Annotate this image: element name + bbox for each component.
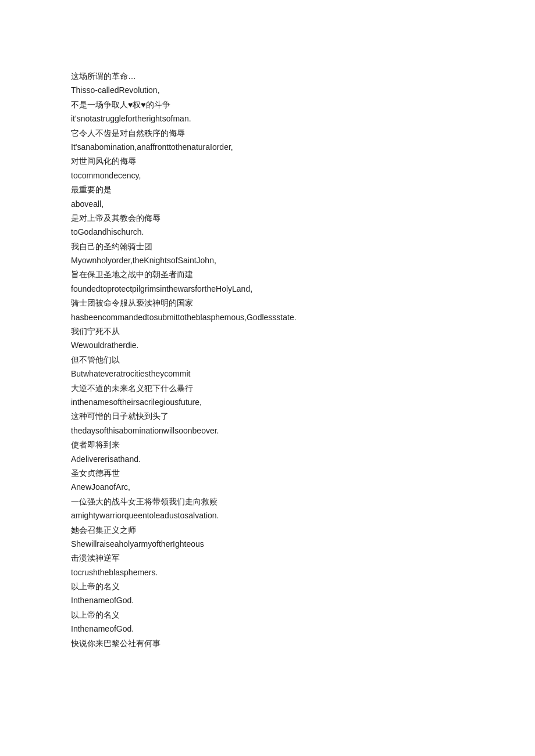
text-line-12: 我自己的圣约翰骑士团 <box>71 240 464 253</box>
text-line-14: 旨在保卫圣地之战中的朝圣者而建 <box>71 268 464 281</box>
text-line-7: tocommondecency, <box>71 169 464 182</box>
text-line-8: 最重要的是 <box>71 183 464 196</box>
text-line-26: 使者即将到来 <box>71 438 464 451</box>
text-line-1: Thisso-calledRevolution, <box>71 84 464 96</box>
text-line-10: 是对上帝及其教会的侮辱 <box>71 212 464 224</box>
text-line-2: 不是一场争取人♥权♥的斗争 <box>71 98 464 111</box>
text-line-21: Butwhateveratrocitiestheycommit <box>71 367 464 380</box>
text-line-39: InthenameofGod. <box>71 622 464 635</box>
text-line-34: 击溃渎神逆军 <box>71 551 464 564</box>
text-line-35: tocrushtheblasphemers. <box>71 566 464 579</box>
text-line-32: 她会召集正义之师 <box>71 524 464 536</box>
text-line-25: thedaysofthisabominationwillsoonbeover. <box>71 424 464 437</box>
text-line-28: 圣女贞德再世 <box>71 467 464 479</box>
text-line-9: aboveall, <box>71 198 464 210</box>
text-line-11: toGodandhischurch. <box>71 225 464 238</box>
text-line-22: 大逆不道的未来名义犯下什么暴行 <box>71 382 464 395</box>
text-line-17: hasbeencommandedtosubmittotheblasphemous… <box>71 311 464 324</box>
text-line-31: amightywarriorqueentoleadustosalvation. <box>71 509 464 522</box>
text-line-23: inthenamesoftheirsacrilegiousfuture, <box>71 396 464 409</box>
text-line-15: foundedtoprotectpilgrimsinthewarsfortheH… <box>71 282 464 295</box>
text-line-19: Wewouldratherdie. <box>71 339 464 352</box>
text-line-33: ShewillraiseaholyarmyoftherIghteous <box>71 538 464 550</box>
text-line-38: 以上帝的名义 <box>71 608 464 621</box>
text-line-3: it'snotastrugglefortherightsofman. <box>71 112 464 125</box>
text-line-24: 这种可憎的日子就快到头了 <box>71 410 464 422</box>
text-line-40: 快说你来巴黎公社有何事 <box>71 637 464 650</box>
text-line-18: 我们宁死不从 <box>71 325 464 338</box>
text-line-13: Myownholyorder,theKnightsofSaintJohn, <box>71 254 464 267</box>
text-line-30: 一位强大的战斗女王将带领我们走向救赎 <box>71 495 464 508</box>
text-line-20: 但不管他们以 <box>71 353 464 366</box>
text-line-36: 以上帝的名义 <box>71 580 464 593</box>
text-line-29: AnewJoanofArc, <box>71 481 464 493</box>
text-line-16: 骑士团被命令服从亵渎神明的国家 <box>71 296 464 309</box>
text-line-4: 它令人不齿是对自然秩序的侮辱 <box>71 127 464 139</box>
text-line-5: It'sanabomination,anaffronttothenaturaIo… <box>71 141 464 153</box>
text-line-27: Adelivererisathand. <box>71 453 464 465</box>
text-line-37: InthenameofGod. <box>71 594 464 607</box>
text-line-6: 对世间风化的侮辱 <box>71 155 464 167</box>
text-line-0: 这场所谓的革命… <box>71 70 464 83</box>
content-container: 这场所谓的革命…Thisso-calledRevolution,不是一场争取人♥… <box>71 70 464 650</box>
